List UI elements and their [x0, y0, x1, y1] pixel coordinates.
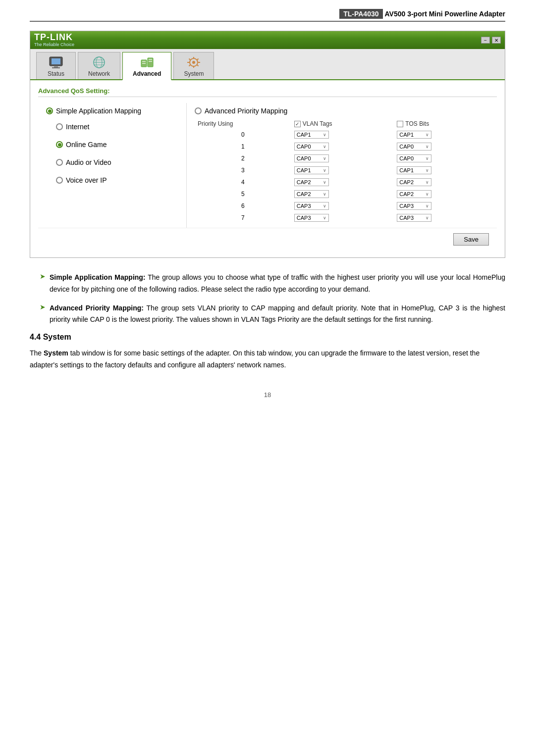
radio-voice-ip-label: Voice over IP	[66, 176, 107, 184]
priority-cell-6: 6	[195, 200, 291, 212]
bullet-arrow-2: ➤	[40, 303, 46, 326]
vlan-select-0[interactable]: CAP1∨	[294, 131, 329, 139]
col-priority-header: Priority Using	[195, 119, 291, 129]
vlan-cell-0: CAP1∨	[291, 129, 394, 141]
svg-rect-1	[52, 58, 60, 64]
save-row: Save	[38, 228, 497, 251]
svg-rect-3	[52, 67, 60, 68]
radio-online-game[interactable]: Online Game	[46, 141, 178, 149]
vlan-cell-1: CAP0∨	[291, 141, 394, 152]
vlan-cell-4: CAP2∨	[291, 176, 394, 188]
radio-voice-ip[interactable]: Voice over IP	[46, 176, 178, 184]
tab-network[interactable]: Network	[78, 52, 120, 79]
save-button[interactable]: Save	[453, 233, 489, 246]
tagline: The Reliable Choice	[34, 43, 74, 48]
system-text: The System tab window is for some basic …	[30, 348, 505, 371]
priority-cell-0: 0	[195, 129, 291, 141]
tos-cell-0: CAP1∨	[394, 129, 489, 141]
priority-row-4: 4 CAP2∨ CAP2∨	[195, 176, 489, 188]
vlan-select-6[interactable]: CAP3∨	[294, 202, 329, 210]
radio-online-game-circle	[56, 141, 63, 148]
tab-advanced[interactable]: Advanced	[122, 52, 171, 80]
simple-mapping-radio[interactable]	[46, 107, 53, 114]
product-label: AV500 3-port Mini Powerline Adapter	[385, 10, 506, 18]
tab-advanced-label: Advanced	[133, 70, 161, 77]
titlebar: TP-LINK The Reliable Choice − ✕	[30, 31, 505, 49]
col-vlan-header: ✓ VLAN Tags	[291, 119, 394, 129]
bullet-text-simple: Simple Application Mapping: The group al…	[50, 272, 505, 296]
tos-select-7[interactable]: CAP3∨	[397, 214, 431, 222]
radio-audio-video[interactable]: Audio or Video	[46, 158, 178, 166]
bullet-item-simple: ➤ Simple Application Mapping: The group …	[30, 272, 505, 296]
model-label: TL-PA4030	[339, 9, 382, 19]
nav-tabs: Status Network	[30, 49, 505, 80]
vlan-select-3[interactable]: CAP1∨	[294, 166, 329, 174]
svg-rect-13	[149, 59, 152, 60]
priority-row-5: 5 CAP2∨ CAP2∨	[195, 188, 489, 200]
priority-cell-5: 5	[195, 188, 291, 200]
radio-internet-circle	[56, 123, 63, 130]
close-button[interactable]: ✕	[492, 37, 501, 44]
ui-content: Advanced QoS Setting: Simple Application…	[30, 80, 505, 257]
minimize-button[interactable]: −	[481, 37, 490, 44]
tab-status-label: Status	[48, 70, 64, 77]
logo-area: TP-LINK The Reliable Choice	[34, 33, 74, 48]
right-panel: Advanced Priority Mapping Priority Using…	[187, 103, 497, 228]
radio-audio-video-label: Audio or Video	[66, 158, 111, 166]
tp-link-logo: TP-LINK	[34, 33, 74, 43]
tab-system[interactable]: System	[173, 52, 214, 79]
bullet-arrow-1: ➤	[40, 272, 46, 296]
tab-system-label: System	[184, 70, 204, 77]
svg-line-21	[189, 59, 191, 60]
tab-network-label: Network	[88, 70, 110, 77]
tos-select-4[interactable]: CAP2∨	[397, 178, 431, 186]
priority-cell-2: 2	[195, 152, 291, 164]
priority-row-6: 6 CAP3∨ CAP3∨	[195, 200, 489, 212]
tos-cell-6: CAP3∨	[394, 200, 489, 212]
priority-row-1: 1 CAP0∨ CAP0∨	[195, 141, 489, 152]
priority-table: Priority Using ✓ VLAN Tags TOS	[195, 119, 489, 224]
vlan-select-5[interactable]: CAP2∨	[294, 190, 329, 198]
bullet-bold-adv: Advanced Priority Mapping:	[50, 304, 144, 312]
bullet-item-adv: ➤ Advanced Priority Mapping: The group s…	[30, 302, 505, 326]
vlan-select-1[interactable]: CAP0∨	[294, 143, 329, 151]
vlan-select-2[interactable]: CAP0∨	[294, 154, 329, 162]
radio-internet[interactable]: Internet	[46, 123, 178, 131]
tos-select-6[interactable]: CAP3∨	[397, 202, 431, 210]
svg-line-24	[197, 59, 199, 60]
qos-container: Simple Application Mapping Internet Onli…	[38, 103, 497, 228]
page-number: 18	[264, 391, 271, 399]
vlan-checkbox[interactable]: ✓	[294, 121, 301, 127]
priority-cell-4: 4	[195, 176, 291, 188]
bullet-bold-simple: Simple Application Mapping:	[50, 273, 146, 281]
col-vlan-label: VLAN Tags	[303, 120, 332, 127]
adv-mapping-label: Advanced Priority Mapping	[205, 107, 287, 115]
system-icon	[186, 55, 202, 69]
priority-cell-7: 7	[195, 212, 291, 224]
vlan-cell-6: CAP3∨	[291, 200, 394, 212]
col-tos-header: TOS Bits	[394, 119, 489, 129]
adv-mapping-radio[interactable]	[195, 107, 202, 114]
priority-row-0: 0 CAP1∨ CAP1∨	[195, 129, 489, 141]
tab-status[interactable]: Status	[36, 52, 76, 79]
window-controls: − ✕	[481, 37, 501, 44]
tos-checkbox[interactable]	[397, 121, 403, 127]
tos-cell-4: CAP2∨	[394, 176, 489, 188]
radio-online-game-label: Online Game	[66, 141, 107, 149]
priority-row-3: 3 CAP1∨ CAP1∨	[195, 164, 489, 176]
tos-select-0[interactable]: CAP1∨	[397, 131, 431, 139]
svg-line-23	[189, 65, 191, 66]
svg-rect-2	[54, 66, 58, 67]
vlan-select-7[interactable]: CAP3∨	[294, 214, 329, 222]
tos-select-2[interactable]: CAP0∨	[397, 154, 431, 162]
tos-select-1[interactable]: CAP0∨	[397, 143, 431, 151]
section-title: Advanced QoS Setting:	[38, 87, 497, 97]
col-tos-label: TOS Bits	[405, 120, 429, 127]
tos-cell-3: CAP1∨	[394, 164, 489, 176]
radio-voice-ip-circle	[56, 177, 63, 184]
simple-mapping-row: Simple Application Mapping	[46, 107, 178, 115]
tos-select-3[interactable]: CAP1∨	[397, 166, 431, 174]
vlan-select-4[interactable]: CAP2∨	[294, 178, 329, 186]
tos-select-5[interactable]: CAP2∨	[397, 190, 431, 198]
advanced-icon	[139, 55, 155, 69]
